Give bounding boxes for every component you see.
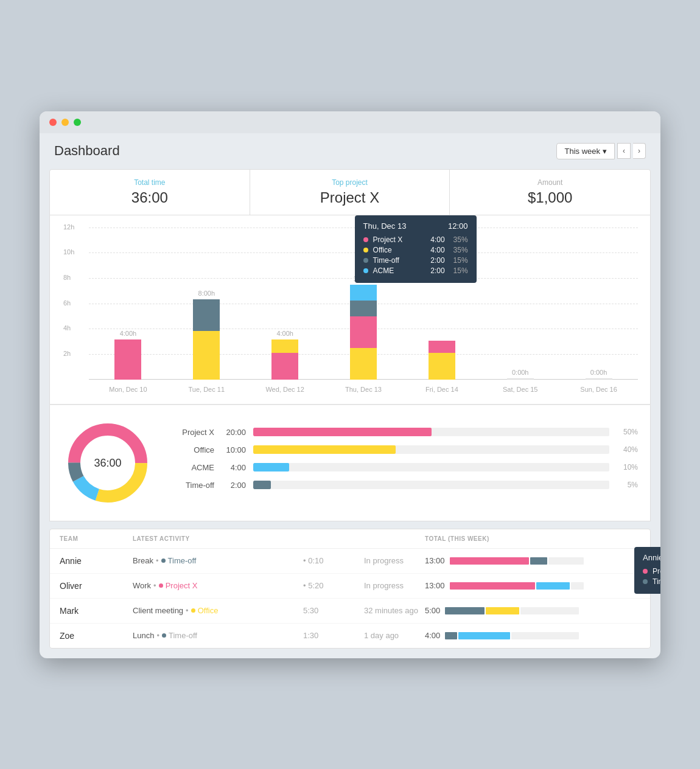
tooltip-name-acme: ACME: [373, 266, 419, 275]
breakdown-time-office: 10:00: [222, 445, 246, 454]
activity-dot-oliver: [159, 583, 163, 588]
x-label-fri: Fri, Dec 14: [425, 386, 458, 393]
amount-cell: Amount $1,000: [450, 170, 650, 215]
bar-empty-sat: [507, 378, 534, 380]
bar-label-wed: 4:00h: [276, 330, 293, 337]
this-week-button[interactable]: This week ▾: [556, 143, 615, 159]
chevron-down-icon: ▾: [603, 147, 607, 156]
breakdown-row-timeoff: Time-off 2:00 5%: [172, 481, 638, 490]
donut-center-value: 36:00: [94, 456, 121, 469]
team-bar-zoe-empty: [511, 632, 579, 639]
team-duration-mark: 5:30: [303, 606, 364, 615]
team-duration-oliver: • 5:20: [303, 581, 364, 590]
bar-segment-wed-yellow: [271, 339, 298, 353]
team-bar-mark-empty: [520, 607, 579, 614]
team-status-annie: In progress: [364, 556, 425, 565]
team-row-oliver: Oliver Work • Project X • 5:20 In progre…: [50, 574, 650, 599]
team-bar-annie-timeoff: [530, 557, 547, 565]
breakdown-pct-acme: 10%: [617, 463, 638, 471]
activity-text-oliver: Work: [133, 581, 151, 590]
total-time-cell: Total time 36:00: [50, 170, 250, 215]
team-duration-zoe: 1:30: [303, 631, 364, 640]
y-label-12h: 12h: [63, 223, 74, 231]
close-button[interactable]: [49, 119, 57, 126]
team-total-oliver: 13:00: [425, 581, 445, 590]
team-col-duration: [303, 535, 364, 542]
y-label-2h: 2h: [63, 350, 71, 357]
activity-text-mark: Client meeting: [133, 606, 183, 615]
tooltip-pct-acme: 15%: [450, 266, 468, 275]
team-status-mark: 32 minutes ago: [364, 606, 425, 615]
team-tooltip-annie-name-px: Project X: [653, 567, 660, 576]
tooltip-name-timeoff: Time-off: [373, 256, 419, 265]
bar-label-tue: 8:00h: [198, 290, 215, 297]
tooltip-pct-office: 35%: [450, 246, 468, 254]
x-label-wed: Wed, Dec 12: [265, 386, 304, 393]
team-row-annie: Annie Break • Time-off • 0:10 In progres…: [50, 549, 650, 574]
bar-segment-wed-pink: [271, 353, 298, 380]
date-controls: This week ▾ ‹ ›: [556, 143, 646, 159]
team-col-status: [364, 535, 425, 542]
team-row-zoe: Zoe Lunch • Time-off 1:30 1 day ago 4:00: [50, 624, 650, 648]
header: Dashboard This week ▾ ‹ ›: [40, 133, 660, 169]
tooltip-day: Thu, Dec 13: [363, 221, 407, 231]
team-col-activity: LATEST ACTIVITY: [133, 535, 303, 542]
team-tooltip-annie-name-to: Time-off: [653, 577, 660, 586]
team-table-header: TEAM LATEST ACTIVITY TOTAL (THIS WEEK): [50, 529, 650, 549]
team-status-zoe: 1 day ago: [364, 631, 425, 640]
x-label-tue: Tue, Dec 11: [189, 386, 225, 393]
team-row-mark: Mark Client meeting • Office 5:30 32 min…: [50, 599, 650, 624]
activity-dot-zoe: [162, 633, 166, 638]
tooltip-dot-acme: [363, 268, 368, 273]
breakdown-bar-fill-office: [253, 445, 396, 454]
bar-segment-thu-yellow: [350, 348, 377, 380]
breakdown-bar-bg-acme: [253, 463, 609, 471]
next-week-button[interactable]: ›: [633, 143, 646, 159]
breakdown-time-acme: 4:00: [222, 463, 246, 472]
stats-row: Total time 36:00 Top project Project X A…: [49, 169, 651, 215]
bar-segment-thu-pink: [350, 316, 377, 348]
bar-segment-fri-yellow: [429, 353, 455, 380]
prev-week-button[interactable]: ‹: [617, 143, 631, 159]
x-label-sat: Sat, Dec 15: [503, 386, 537, 393]
breakdown-bar-bg-projectx: [253, 428, 609, 436]
breakdown-bar-bg-office: [253, 445, 609, 454]
activity-project-annie: Time-off: [168, 556, 197, 565]
activity-dot-annie: [161, 558, 166, 563]
minimize-button[interactable]: [61, 119, 69, 126]
amount-label: Amount: [462, 178, 638, 187]
tooltip-time-timeoff: 2:00: [424, 256, 445, 265]
team-total-zoe: 4:00: [425, 631, 440, 640]
top-project-label: Top project: [262, 178, 438, 187]
breakdown-row-acme: ACME 4:00 10%: [172, 463, 638, 472]
team-activity-annie: Break • Time-off: [133, 556, 303, 565]
maximize-button[interactable]: [74, 119, 81, 126]
tooltip-pct-timeoff: 15%: [450, 256, 468, 265]
team-duration-annie: • 0:10: [303, 556, 364, 565]
bar-segment-thu-blue: [350, 285, 377, 301]
breakdown-time-timeoff: 2:00: [222, 481, 246, 490]
bar-segment-tue-grey: [193, 299, 220, 331]
amount-value: $1,000: [462, 189, 638, 206]
activity-project-zoe: Time-off: [169, 631, 197, 640]
tooltip-dot-projectx: [363, 237, 368, 242]
team-activity-zoe: Lunch • Time-off: [133, 631, 303, 640]
tooltip-time-acme: 2:00: [424, 266, 445, 275]
breakdown-time-projectx: 20:00: [222, 428, 246, 437]
y-label-10h: 10h: [63, 248, 74, 256]
bar-label-mon: 4:00h: [120, 330, 137, 337]
team-tooltip-annie-dot-to: [643, 579, 648, 584]
team-bar-annie-empty: [548, 557, 584, 565]
tooltip-pct-projectx: 35%: [450, 235, 468, 244]
breakdown-name-acme: ACME: [172, 463, 214, 472]
x-label-sun: Sun, Dec 16: [580, 386, 617, 393]
breakdown-name-office: Office: [172, 445, 214, 454]
top-project-value: Project X: [262, 189, 438, 206]
app-window: Dashboard This week ▾ ‹ › Total time 36:…: [40, 111, 660, 658]
team-activity-mark: Client meeting • Office: [133, 606, 303, 615]
tooltip-name-office: Office: [373, 246, 419, 254]
activity-separator-annie: •: [156, 556, 159, 565]
activity-text-zoe: Lunch: [133, 631, 154, 640]
team-tooltip-annie-name: Annie: [643, 553, 660, 562]
breakdown-name-timeoff: Time-off: [172, 481, 214, 490]
